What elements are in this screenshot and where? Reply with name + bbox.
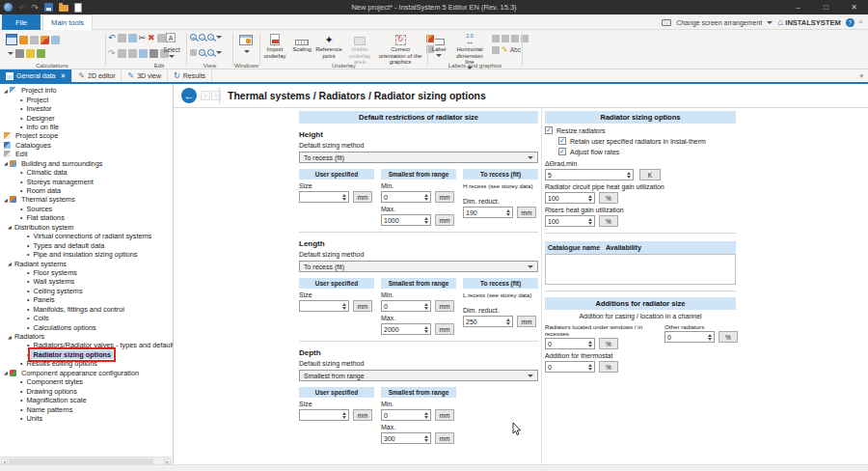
view-dropdown-icon-1[interactable]: [216, 36, 222, 39]
under-windows-input[interactable]: 0: [545, 338, 595, 349]
tree-item-radiator-sizing-options[interactable]: •Radiator sizing options: [0, 350, 173, 359]
tree-item-room-data[interactable]: •Room data: [0, 186, 173, 195]
under-windows-unit-button[interactable]: %: [599, 338, 618, 349]
length-dim-reduct-input[interactable]: 250: [463, 316, 513, 327]
height-max-unit-button[interactable]: mm: [435, 214, 454, 226]
height-method-select[interactable]: To recess (fit): [299, 152, 538, 163]
depth-size-unit-button[interactable]: mm: [353, 409, 372, 421]
tree-item-ceiling-systems[interactable]: •Ceiling systems: [0, 287, 173, 295]
circuit-gain-input[interactable]: 100: [545, 192, 595, 204]
calc-icon-3[interactable]: [41, 36, 49, 44]
graphics-icon-1[interactable]: [492, 35, 500, 42]
length-method-select[interactable]: To recess (fit): [299, 261, 538, 272]
calc-icon-7[interactable]: [37, 49, 45, 58]
tree-item-units[interactable]: •Units: [0, 414, 173, 423]
tab-results[interactable]: ↻Results: [168, 69, 212, 82]
abc-text-icon[interactable]: Abc: [510, 46, 521, 53]
tree-item-results-editing-options[interactable]: •Results editing options: [0, 359, 173, 368]
tree-item-radiators[interactable]: ◢Radiators: [0, 332, 173, 341]
thermostat-input[interactable]: 0: [545, 361, 595, 373]
pan-icon[interactable]: [190, 49, 197, 56]
height-min-input[interactable]: 0: [381, 191, 431, 203]
tree-item-radiant-systems[interactable]: ◢Radiant systems: [0, 259, 173, 267]
zoom-out-icon[interactable]: −: [199, 34, 205, 41]
graphics-icon-5[interactable]: [492, 46, 500, 54]
length-max-unit-button[interactable]: mm: [435, 323, 454, 335]
tab-overflow-icon[interactable]: ▾: [859, 72, 863, 80]
tree-item-designer[interactable]: •Designer: [0, 113, 173, 122]
graphics-icon-3[interactable]: [511, 35, 519, 42]
zoom-previous-icon[interactable]: ◦: [207, 49, 214, 56]
copy-icon[interactable]: [118, 34, 126, 42]
catalogue-list-box[interactable]: [545, 254, 736, 285]
expander-icon[interactable]: ◢: [3, 370, 9, 375]
tree-item-project-info[interactable]: ◢Project info: [0, 86, 173, 95]
calc-icon-2[interactable]: [30, 36, 39, 44]
file-tab[interactable]: File: [2, 14, 41, 30]
correct-orientation-button[interactable]: ↻ Correct orientation of the graphics: [378, 33, 422, 66]
tree-item-manifolds-fittings-and-control[interactable]: •Manifolds, fittings and control: [0, 305, 173, 314]
view-dropdown-icon-2[interactable]: [216, 51, 222, 54]
tree-item-coils[interactable]: •Coils: [0, 314, 173, 322]
tree-item-catalogues[interactable]: Catalogues: [0, 141, 173, 150]
paste-icon[interactable]: [128, 34, 137, 42]
depth-min-input[interactable]: 0: [381, 409, 431, 421]
tree-item-storeys-management[interactable]: •Storeys management: [0, 177, 173, 185]
tree-item-panels[interactable]: •Panels: [0, 295, 173, 304]
calc-icon-1[interactable]: [19, 36, 28, 44]
tab-general-data[interactable]: General data✕: [0, 69, 72, 82]
depth-size-input[interactable]: [299, 409, 349, 421]
edit-icon-4[interactable]: [139, 49, 148, 58]
expander-icon[interactable]: ◢: [3, 88, 9, 94]
tree-item-project[interactable]: •Project: [0, 95, 173, 103]
collapse-ribbon-icon[interactable]: ^: [859, 19, 862, 26]
label-button[interactable]: Label: [430, 33, 448, 57]
tree-item-investor[interactable]: •Investor: [0, 104, 173, 113]
expander-icon[interactable]: ◢: [3, 197, 9, 203]
other-radiators-input[interactable]: 0: [665, 331, 715, 343]
tree-item-name-patterns[interactable]: •Name patterns: [0, 404, 173, 413]
tree-item-building-and-surroundings[interactable]: ◢Building and surroundings: [0, 159, 173, 168]
height-max-input[interactable]: 1000: [381, 214, 431, 226]
dtheta-unit-button[interactable]: K: [639, 169, 661, 180]
other-radiators-unit-button[interactable]: %: [719, 331, 738, 343]
edit-icon-5[interactable]: [149, 49, 158, 58]
tree-item-wall-systems[interactable]: •Wall systems: [0, 277, 173, 286]
graphics-icon-2[interactable]: [502, 35, 509, 42]
header-aux-button-1[interactable]: ▫: [201, 91, 210, 100]
edit-icon-3[interactable]: [128, 49, 137, 58]
tree-item-virtual-connections-of-radiant-systems[interactable]: •Virtual connections of radiant systems: [0, 232, 173, 240]
tab-2d-editor[interactable]: ✎2D editor: [72, 69, 122, 82]
retain-user-specified-checkbox[interactable]: ✓ Retain user specified radiators in Ins…: [558, 137, 736, 145]
length-max-input[interactable]: 2000: [381, 323, 431, 335]
height-dim-unit-button[interactable]: mm: [517, 207, 536, 218]
undo-edit-icon[interactable]: ↶: [108, 34, 116, 42]
tree-item-floor-systems[interactable]: •Floor systems: [0, 268, 173, 277]
risers-gain-input[interactable]: 100: [545, 215, 595, 227]
delete-icon[interactable]: ✖: [148, 34, 155, 42]
depth-max-unit-button[interactable]: mm: [435, 432, 454, 444]
back-button[interactable]: ←: [181, 88, 197, 103]
pencil-yellow-icon[interactable]: ✎: [502, 45, 508, 54]
close-button[interactable]: ✕: [840, 0, 868, 14]
windows-icon[interactable]: [239, 35, 253, 45]
tree-item-types-and-default-data[interactable]: •Types and default data: [0, 240, 173, 249]
height-dim-reduct-input[interactable]: 190: [463, 207, 513, 218]
edit-icon-2[interactable]: [118, 49, 126, 58]
calc-icon-5[interactable]: [15, 49, 24, 58]
tree-item-sources[interactable]: •Sources: [0, 205, 173, 213]
zoom-window-icon[interactable]: ▫: [207, 34, 214, 41]
calculation-table-icon[interactable]: [6, 34, 17, 45]
help-icon[interactable]: ?: [846, 18, 854, 27]
length-size-unit-button[interactable]: mm: [353, 300, 372, 312]
height-size-input[interactable]: [299, 191, 349, 203]
expander-icon[interactable]: ◢: [3, 160, 9, 166]
select-button[interactable]: A Select: [158, 30, 185, 69]
adjust-flow-rates-checkbox[interactable]: ✓ Adjust flow rates: [558, 148, 736, 155]
dtheta-input[interactable]: 5: [545, 169, 634, 180]
reference-point-button[interactable]: ✦ Reference point: [316, 33, 341, 59]
calculations-dropdown-icon[interactable]: [8, 52, 14, 55]
tab-close-icon[interactable]: ✕: [60, 72, 66, 80]
visible-underlay-area-button[interactable]: Visible underlay area: [345, 33, 374, 66]
length-dim-unit-button[interactable]: mm: [517, 316, 536, 327]
